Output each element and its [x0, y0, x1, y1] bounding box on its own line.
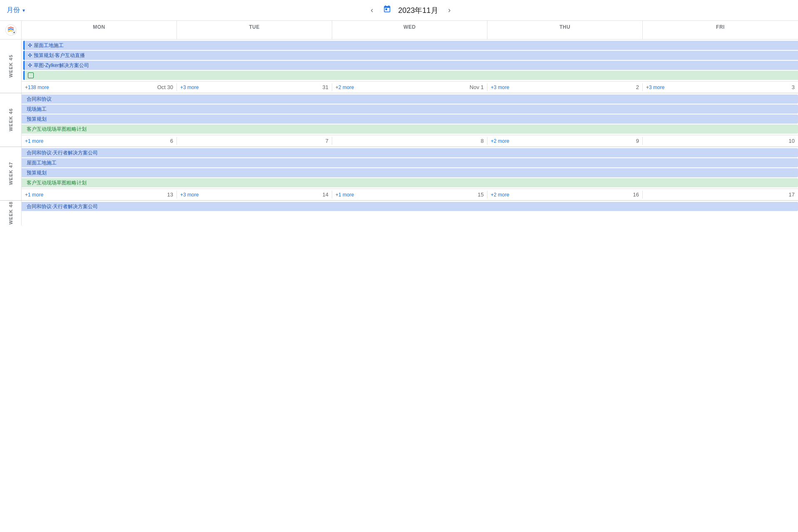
week45-date-thu: +3 more 2: [487, 83, 643, 91]
week46-date-thu-num: 9: [636, 138, 639, 144]
week-46-content: 合同和协议 现场施工 预算规划 客户互动现场草图粗略计划 +1 more 6: [22, 93, 798, 147]
week46-event-1[interactable]: 合同和协议: [22, 94, 798, 104]
week48-event-1-text: 合同和协议·天行者解决方案公司: [27, 203, 98, 210]
week45-date-tue: +3 more 31: [177, 83, 332, 91]
week47-more-mon[interactable]: +1 more: [25, 192, 43, 198]
week46-event-4[interactable]: 客户互动现场草图粗略计划: [22, 124, 798, 134]
column-headers: MON TUE WED THU FRI: [0, 21, 798, 40]
week-46-label-cell: WEEK 46: [0, 93, 22, 147]
week46-more-mon[interactable]: +1 more: [25, 138, 43, 144]
week45-more-mon[interactable]: +138 more: [25, 85, 49, 90]
view-mode-label[interactable]: 月份: [7, 6, 20, 15]
week-47-label-cell: WEEK 47: [0, 147, 22, 200]
week-45-label: WEEK 45: [8, 55, 13, 77]
month-navigation: ‹ 2023年11月 ›: [30, 4, 791, 16]
col-header-thu: THU: [487, 21, 643, 39]
week47-event-2-text: 屋面工地施工: [27, 159, 57, 167]
col-header-mon: MON: [22, 21, 177, 39]
week-48-events: 合同和协议·天行者解决方案公司: [22, 201, 798, 226]
week46-date-wed: 8: [332, 137, 487, 145]
week-47-content: 合同和协议·天行者解决方案公司 屋面工地施工 预算规划 客户互动现场草图粗略计划…: [22, 147, 798, 200]
week-47-events: 合同和协议·天行者解决方案公司 屋面工地施工 预算规划 客户互动现场草图粗略计划: [22, 147, 798, 189]
week45-date-mon-num: Oct 30: [157, 84, 173, 90]
week45-date-wed: +2 more Nov 1: [332, 83, 487, 91]
col-header-fri: FRI: [643, 21, 798, 39]
week46-date-fri: 10: [643, 137, 798, 145]
week45-date-thu-num: 2: [636, 84, 639, 90]
week-48-label-cell: WEEK 48: [0, 201, 22, 226]
week47-event-1-text: 合同和协议·天行者解决方案公司: [27, 149, 98, 157]
week46-date-tue: 7: [177, 137, 332, 145]
week47-event-4-text: 客户互动现场草图粗略计划: [27, 179, 87, 186]
next-month-button[interactable]: ›: [445, 4, 454, 16]
week45-date-fri-num: 3: [792, 84, 795, 90]
week46-date-mon-num: 6: [170, 138, 173, 144]
week45-date-tue-num: 31: [323, 84, 328, 90]
week47-event-2[interactable]: 屋面工地施工: [22, 158, 798, 167]
week47-date-mon: +1 more 13: [22, 191, 177, 199]
week45-more-wed[interactable]: +2 more: [336, 85, 354, 90]
week47-date-tue: +3 more 14: [177, 191, 332, 199]
week47-event-1[interactable]: 合同和协议·天行者解决方案公司: [22, 148, 798, 157]
week47-more-thu[interactable]: +2 more: [491, 192, 509, 198]
week47-date-fri-num: 17: [789, 191, 795, 198]
view-selector[interactable]: 月份 ▾: [7, 6, 25, 15]
dropdown-arrow-icon[interactable]: ▾: [22, 7, 25, 13]
checkbox-icon: [28, 72, 34, 78]
week45-event-2[interactable]: ✣ 预算规划·客户互动直播: [23, 51, 798, 60]
week48-event-1[interactable]: 合同和协议·天行者解决方案公司: [22, 202, 798, 211]
week46-event-2[interactable]: 现场施工: [22, 104, 798, 114]
week45-event-3[interactable]: ✣ 草图-Zylker解决方案公司: [23, 61, 798, 70]
week45-event-2-text: 预算规划·客户互动直播: [34, 52, 85, 59]
col-header-wed: WED: [332, 21, 487, 39]
week47-event-3[interactable]: 预算规划: [22, 168, 798, 177]
week46-date-thu: +2 more 9: [487, 137, 643, 145]
week46-more-thu[interactable]: +2 more: [491, 138, 509, 144]
week45-more-fri[interactable]: +3 more: [646, 85, 664, 90]
week45-event-1[interactable]: ✣ 屋面工地施工: [23, 41, 798, 50]
week46-date-mon: +1 more 6: [22, 137, 177, 145]
week-48-label: WEEK 48: [8, 201, 13, 224]
week47-date-wed: +1 more 15: [332, 191, 487, 199]
week46-event-3[interactable]: 预算规划: [22, 114, 798, 124]
calendar-icon-button[interactable]: [383, 5, 391, 15]
week47-date-thu-num: 16: [633, 191, 639, 198]
week46-event-4-text: 客户互动现场草图粗略计划: [27, 126, 87, 133]
week-48-section: WEEK 48 合同和协议·天行者解决方案公司: [0, 201, 798, 226]
week45-event-1-text: 屋面工地施工: [34, 42, 64, 49]
week45-event-3-text: 草图-Zylker解决方案公司: [34, 62, 89, 69]
week45-more-tue[interactable]: +3 more: [180, 85, 199, 90]
week47-event-3-text: 预算规划: [27, 169, 47, 177]
week47-more-wed[interactable]: +1 more: [336, 192, 354, 198]
week-48-content: 合同和协议·天行者解决方案公司: [22, 201, 798, 226]
task-icon-3: ✣: [28, 62, 32, 68]
week-45-section: WEEK 45 ✣ 屋面工地施工 ✣ 预算规划·客户互动直播 ✣ 草图-Zylk…: [0, 40, 798, 93]
week45-date-mon: +138 more Oct 30: [22, 83, 177, 91]
week45-more-thu[interactable]: +3 more: [491, 85, 509, 90]
week45-date-wed-num: Nov 1: [470, 84, 484, 90]
app-logo-icon: [5, 24, 17, 36]
prev-month-button[interactable]: ‹: [367, 4, 376, 16]
task-icon-1: ✣: [28, 42, 32, 48]
week47-event-4[interactable]: 客户互动现场草图粗略计划: [22, 178, 798, 187]
week46-event-3-text: 预算规划: [27, 116, 47, 123]
logo-cell: [0, 21, 22, 39]
week47-date-wed-num: 15: [478, 191, 484, 198]
week-46-section: WEEK 46 合同和协议 现场施工 预算规划 客户互动现场草图粗略计划: [0, 93, 798, 147]
week46-date-tue-num: 7: [326, 138, 328, 144]
week46-event-1-text: 合同和协议: [27, 96, 52, 103]
week47-date-fri: 17: [643, 191, 798, 199]
week45-date-fri: +3 more 3: [643, 83, 798, 91]
task-icon-2: ✣: [28, 52, 32, 58]
week-46-label: WEEK 46: [8, 108, 13, 131]
week46-date-fri-num: 10: [789, 138, 795, 144]
col-header-tue: TUE: [177, 21, 332, 39]
week47-date-tue-num: 14: [323, 191, 328, 198]
calendar-icon: [383, 5, 391, 13]
week-46-events: 合同和协议 现场施工 预算规划 客户互动现场草图粗略计划: [22, 93, 798, 135]
week-47-section: WEEK 47 合同和协议·天行者解决方案公司 屋面工地施工 预算规划 客户互动…: [0, 147, 798, 201]
week47-more-tue[interactable]: +3 more: [180, 192, 199, 198]
week46-event-2-text: 现场施工: [27, 106, 47, 113]
week45-event-4[interactable]: [23, 71, 798, 80]
week-45-events: ✣ 屋面工地施工 ✣ 预算规划·客户互动直播 ✣ 草图-Zylker解决方案公司: [22, 40, 798, 81]
